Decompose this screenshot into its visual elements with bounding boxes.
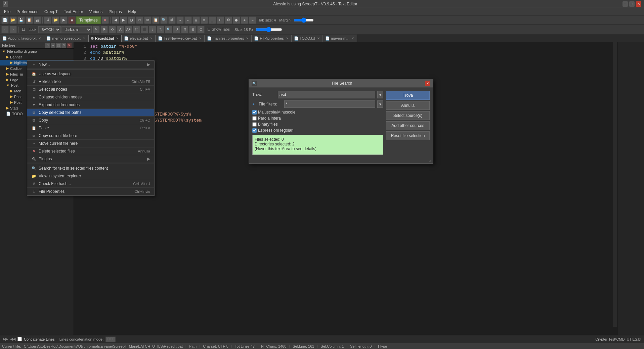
trova-input[interactable] <box>278 91 375 98</box>
ctx-select-all[interactable]: ⊡ Select all nodes Ctrl+A <box>27 86 154 93</box>
ctx-refresh[interactable]: ↺ Refresh tree Ctrl+Alt+F5 <box>27 78 154 86</box>
save-btn[interactable]: 💾 <box>17 16 25 24</box>
tab-close-memo[interactable]: ✕ <box>82 37 86 41</box>
copy-btn[interactable]: ⧉ <box>144 16 152 24</box>
margin-slider[interactable] <box>294 17 314 23</box>
space-btn[interactable]: _ <box>209 16 216 24</box>
concat-mode-toggle[interactable]: OFF <box>105 337 116 342</box>
save-as-btn[interactable]: 📋 <box>26 16 33 24</box>
ctx-move-here[interactable]: → Move current file here <box>27 140 154 147</box>
close-button[interactable]: ✕ <box>636 1 641 7</box>
tree-item-banner[interactable]: ▶ Banner <box>0 54 74 60</box>
zoom-out-btn[interactable]: − <box>249 16 256 24</box>
ctx-search-content[interactable]: 🔍 Search for text in selected files cont… <box>27 165 154 172</box>
find-replace-btn[interactable]: ⇄ <box>168 16 176 24</box>
tab-close-maven[interactable]: ✕ <box>351 37 355 41</box>
filter-input[interactable] <box>284 100 375 108</box>
tab-close-regedit[interactable]: ✕ <box>115 37 119 41</box>
tb2-btn12[interactable]: ⊞ <box>189 26 197 33</box>
tb2-btn2[interactable]: ⟲ <box>109 26 116 33</box>
tb2-btn7[interactable]: ↕ <box>149 26 156 33</box>
select-sources-btn[interactable]: Select source(s) <box>386 111 430 120</box>
nav-prev-btn[interactable]: ‹ <box>1 26 9 33</box>
undo-btn[interactable]: ◀ <box>112 16 119 24</box>
menu-creept[interactable]: CreepT <box>42 9 60 15</box>
tab-appunti[interactable]: 📄 Appunti.lavoro.txt ✕ <box>0 35 44 42</box>
check-maiuscole-input[interactable] <box>252 110 257 115</box>
menu-file[interactable]: File <box>1 9 13 15</box>
tab-elevate[interactable]: 📄 elevate.bat ✕ <box>122 35 156 42</box>
tab-memo[interactable]: 📄 memo screept.txt ✕ <box>44 35 88 42</box>
menu-help[interactable]: Help <box>125 9 139 15</box>
print-btn[interactable]: 🖨 <box>34 16 41 24</box>
tb2-btn3[interactable]: A <box>117 26 124 33</box>
theme-edit-btn[interactable]: ✎ <box>92 26 100 33</box>
ctx-workspace[interactable]: 🏠 Use as workspace <box>27 70 154 78</box>
find-btn[interactable]: 🔍 <box>160 16 168 24</box>
templates-btn[interactable]: Templates <box>76 16 101 24</box>
ctx-copy-paths[interactable]: ⧉ Copy selected file paths <box>27 109 154 117</box>
theme-dropdown[interactable]: dark.xml <box>61 26 92 33</box>
ctx-plugins[interactable]: 🔌 Plugins ▶ <box>27 155 154 163</box>
tb2-btn9[interactable]: 🔍 <box>165 26 172 33</box>
tb2-btn10[interactable]: ↺ <box>173 26 180 33</box>
macro-btn[interactable]: ⏺ <box>233 16 240 24</box>
tab-close-elevate[interactable]: ✕ <box>149 37 153 41</box>
tb2-btn11[interactable]: ⚙ <box>181 26 188 33</box>
ctx-new[interactable]: + New... ▶ <box>27 61 154 69</box>
ctx-check-hash[interactable]: # Check File hash... Ctrl+Alt+U <box>27 180 154 188</box>
tab-close-appunti[interactable]: ✕ <box>38 37 42 41</box>
filter-radio[interactable]: ● <box>252 102 255 106</box>
paste-btn[interactable]: 📋 <box>152 16 160 24</box>
tb2-btn5[interactable]: ⬚ <box>133 26 140 33</box>
zoom-in-btn[interactable]: + <box>241 16 248 24</box>
check-binary-input[interactable] <box>252 122 257 127</box>
cut-btn[interactable]: ✂ <box>136 16 143 24</box>
minimize-button[interactable]: − <box>622 1 628 7</box>
ctx-delete[interactable]: ✕ Delete selected files Annulla <box>27 147 154 155</box>
tab-todo[interactable]: 📄 TODO.txt ✕ <box>292 35 323 42</box>
tab-ftp[interactable]: 📄 FTP.properties ✕ <box>252 35 291 42</box>
menu-plugins[interactable]: Plugins <box>106 9 124 15</box>
trova-btn[interactable]: Trova <box>386 91 430 100</box>
size-slider[interactable] <box>255 27 282 32</box>
ctx-view-explorer[interactable]: 📁 View in system explorer <box>27 172 154 180</box>
bold-btn[interactable]: B <box>128 16 135 24</box>
tb2-btn8[interactable]: ⇅ <box>157 26 164 33</box>
check-parola-input[interactable] <box>252 116 257 121</box>
format-btn[interactable]: ≡ <box>201 16 208 24</box>
annulla-btn[interactable]: Annulla <box>386 101 430 110</box>
maximize-button[interactable]: □ <box>629 1 635 7</box>
tab-close-ftp[interactable]: ✕ <box>285 37 289 41</box>
reset-file-selection-btn[interactable]: Reset file selection <box>386 131 430 140</box>
stop-btn[interactable]: ■ <box>68 16 76 24</box>
menu-text-editor[interactable]: Text-Editor <box>61 9 86 15</box>
tab-manifest[interactable]: 📄 manifest.properties ✕ <box>205 35 252 42</box>
indent-btn[interactable]: → <box>176 16 184 24</box>
close-btn[interactable]: ✕ <box>101 16 109 24</box>
run-btn[interactable]: ▶ <box>60 16 68 24</box>
wrap-btn[interactable]: ↵ <box>217 16 224 24</box>
dialog-resize-handle[interactable]: ⊿ <box>249 158 433 163</box>
encode-btn[interactable]: ⚙ <box>225 16 232 24</box>
add-other-sources-btn[interactable]: Add other sources <box>386 121 430 130</box>
tab-regedit[interactable]: ⚙ Regedit.bat ✕ <box>88 35 122 42</box>
editor-scrollbar[interactable] <box>613 42 617 327</box>
ctx-collapse[interactable]: ▲ Collapse children nodes <box>27 93 154 101</box>
menu-preferences[interactable]: Preferences <box>14 9 41 15</box>
refresh-btn[interactable]: ↺ <box>44 16 51 24</box>
unindent-btn[interactable]: ← <box>184 16 192 24</box>
tb2-btn6[interactable]: ⬛ <box>141 26 148 33</box>
tab-maven[interactable]: 📄 maven-m... ✕ <box>323 35 357 42</box>
tab-close-testregkey[interactable]: ✕ <box>198 37 202 41</box>
filter-dropdown-btn[interactable]: ▼ <box>377 100 383 108</box>
ctx-copy[interactable]: ⧉ Copy Ctrl+C <box>27 117 154 124</box>
check-espressioni-input[interactable] <box>252 128 257 133</box>
ctx-expand[interactable]: ▼ Expand children nodes <box>27 101 154 109</box>
nav-next-btn[interactable]: › <box>9 26 17 33</box>
concat-checkbox[interactable] <box>17 337 22 341</box>
ctx-paste[interactable]: 📋 Paste Ctrl+V <box>27 124 154 132</box>
comment-btn[interactable]: // <box>192 16 200 24</box>
ctx-copy-here[interactable]: ⧉ Copy current file here <box>27 132 154 140</box>
new-file-btn[interactable]: 📄 <box>1 16 9 24</box>
